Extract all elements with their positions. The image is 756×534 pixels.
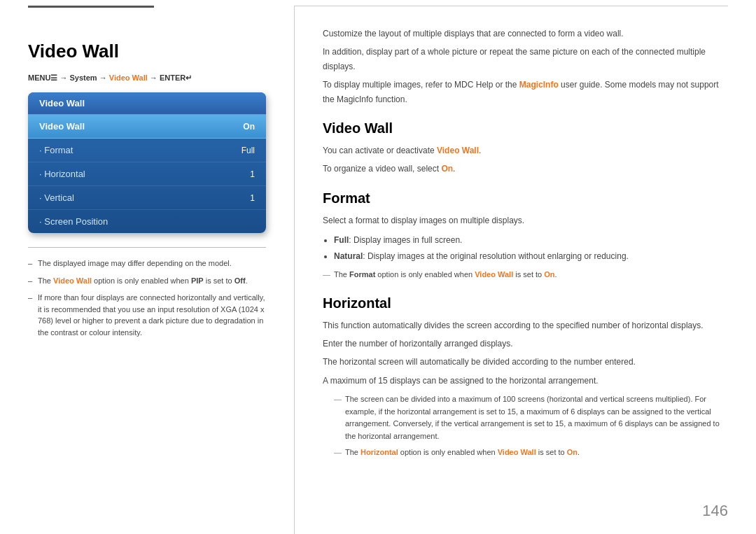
arrow-2: → (99, 73, 109, 82)
arrow-3: → (150, 73, 160, 82)
menu-label: MENU (28, 73, 50, 82)
left-accent-line (28, 6, 154, 8)
note-3-text: If more than four displays are connected… (38, 293, 265, 337)
format-bullet-list: Full: Display images in full screen. Nat… (334, 233, 728, 263)
menu-item-horizontal-value: 1 (250, 169, 255, 179)
bullet-natural: Natural: Display images at the original … (334, 249, 728, 263)
horizontal-text-3: The horizontal screen will automatically… (323, 355, 728, 369)
bullet-full: Full: Display images in full screen. (334, 233, 728, 247)
format-note: The Format option is only enabled when V… (323, 269, 728, 281)
horizontal-text-1: This function automatically divides the … (323, 318, 728, 332)
note-1-text: The displayed image may differ depending… (38, 259, 232, 267)
horizontal-text-2: Enter the number of horizontally arrange… (323, 337, 728, 351)
note-2: The Video Wall option is only enabled wh… (28, 275, 266, 287)
section-title-format: Format (323, 190, 728, 206)
left-panel: Video Wall MENU☰ → System → Video Wall →… (0, 6, 294, 534)
menu-item-vertical-value: 1 (250, 193, 255, 203)
intro-1: Customize the layout of multiple display… (323, 27, 728, 41)
section-title-horizontal: Horizontal (323, 295, 728, 311)
menu-item-vertical[interactable]: · Vertical 1 (28, 186, 266, 210)
enter-label: ENTER (160, 73, 186, 82)
video-wall-menu-box: Video Wall Video Wall On · Format Full ·… (28, 92, 266, 233)
intro-2: In addition, display part of a whole pic… (323, 45, 728, 73)
right-panel: Customize the layout of multiple display… (294, 6, 756, 534)
menu-item-video-wall[interactable]: Video Wall On (28, 115, 266, 139)
menu-item-video-wall-value: On (243, 122, 255, 132)
horizontal-note-enabled: The Horizontal option is only enabled wh… (334, 447, 728, 459)
vw-text-2: To organize a video wall, select On. (323, 162, 728, 176)
menu-item-video-wall-label: Video Wall (39, 121, 85, 132)
menu-symbol: ☰ (50, 73, 57, 82)
video-wall-path-label: Video Wall (109, 73, 148, 82)
page-number: 146 (702, 502, 728, 520)
menu-box-title: Video Wall (28, 92, 266, 115)
notes-section: The displayed image may differ depending… (28, 247, 266, 338)
menu-item-vertical-label: · Vertical (39, 192, 74, 203)
vw-text-1: You can activate or deactivate Video Wal… (323, 143, 728, 157)
horizontal-text-4: A maximum of 15 displays can be assigned… (323, 374, 728, 388)
menu-item-screen-position-label: · Screen Position (39, 216, 108, 227)
page-title: Video Wall (28, 41, 266, 62)
horizontal-note-block: The screen can be divided into a maximum… (323, 393, 728, 459)
format-text-1: Select a format to display images on mul… (323, 213, 728, 227)
menu-item-format-label: · Format (39, 145, 73, 155)
horizontal-note-long: The screen can be divided into a maximum… (334, 393, 728, 442)
note-2-text: The Video Wall option is only enabled wh… (38, 276, 248, 285)
menu-item-horizontal-label: · Horizontal (39, 169, 85, 179)
system-label: System (70, 73, 97, 82)
menu-item-format[interactable]: · Format Full (28, 139, 266, 162)
menu-item-format-value: Full (241, 146, 255, 155)
note-3: If more than four displays are connected… (28, 292, 266, 338)
intro-3: To display multiple images, refer to MDC… (323, 78, 728, 106)
menu-item-screen-position[interactable]: · Screen Position (28, 210, 266, 233)
arrow-1: → (59, 73, 69, 82)
enter-symbol: ↵ (186, 73, 192, 82)
note-1: The displayed image may differ depending… (28, 258, 266, 269)
section-title-video-wall: Video Wall (323, 120, 728, 136)
menu-path: MENU☰ → System → Video Wall → ENTER↵ (28, 73, 266, 83)
menu-item-horizontal[interactable]: · Horizontal 1 (28, 162, 266, 186)
right-accent-line (295, 6, 728, 6)
